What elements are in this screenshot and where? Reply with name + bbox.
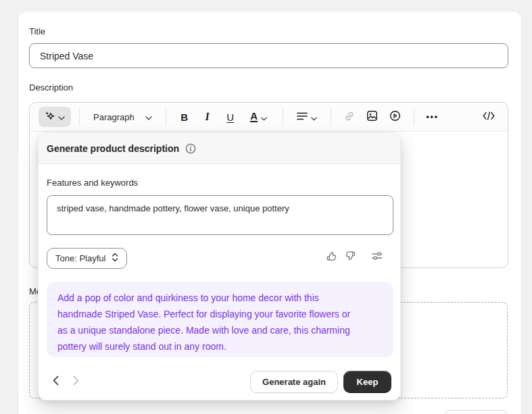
- cutoff-element: [443, 410, 508, 414]
- insert-image-button[interactable]: [362, 107, 383, 126]
- tone-label: Tone: Playful: [55, 253, 105, 263]
- play-circle-icon: [389, 110, 401, 124]
- suggestion-pagination: [50, 373, 81, 387]
- chevron-down-icon: [311, 111, 317, 123]
- text-color-button[interactable]: A: [243, 107, 274, 126]
- chevron-down-icon: [58, 111, 65, 123]
- magic-sparkle-icon: [45, 111, 55, 124]
- toolbar-divider: [331, 108, 331, 126]
- italic-button[interactable]: I: [197, 107, 218, 126]
- chevron-down-icon: [145, 112, 152, 122]
- page: Title Description Paragraph B: [0, 0, 532, 414]
- next-suggestion-button[interactable]: [70, 373, 81, 387]
- feedback-row: [325, 250, 383, 262]
- title-input[interactable]: [29, 43, 508, 68]
- generate-again-button[interactable]: Generate again: [250, 371, 338, 393]
- thumbs-down-button[interactable]: [345, 250, 357, 262]
- popover-header: Generate product description: [39, 133, 400, 164]
- ai-assistant-button[interactable]: [39, 107, 71, 127]
- info-icon[interactable]: [185, 143, 197, 155]
- description-label: Description: [29, 82, 73, 93]
- paragraph-label: Paragraph: [93, 112, 135, 122]
- generated-description-box: Add a pop of color and quirkiness to you…: [47, 282, 393, 357]
- show-html-button[interactable]: [483, 111, 495, 122]
- chevron-down-icon: [261, 111, 267, 123]
- thumbs-up-button[interactable]: [325, 250, 337, 262]
- align-left-icon: [297, 111, 308, 123]
- link-button[interactable]: [339, 107, 360, 126]
- image-icon: [366, 110, 378, 124]
- toolbar-divider: [414, 108, 414, 126]
- toolbar-divider: [283, 108, 283, 126]
- select-updown-icon: [112, 253, 118, 264]
- features-input[interactable]: striped vase, handmade pottery, flower v…: [47, 195, 393, 235]
- generated-description-text: Add a pop of color and quirkiness to you…: [57, 290, 362, 355]
- bold-button[interactable]: B: [174, 107, 195, 126]
- popover-title: Generate product description: [47, 143, 179, 154]
- text-color-glyph: A: [250, 111, 258, 122]
- paragraph-style-dropdown[interactable]: Paragraph: [88, 107, 158, 126]
- ellipsis-icon: •••: [426, 112, 439, 122]
- link-icon: [343, 110, 356, 124]
- settings-sliders-icon[interactable]: [371, 250, 383, 262]
- title-label: Title: [29, 26, 45, 36]
- toolbar-divider: [166, 108, 166, 126]
- toolbar-divider: [79, 108, 80, 126]
- features-label: Features and keywords: [47, 178, 138, 188]
- editor-toolbar: Paragraph B I U A: [30, 103, 508, 132]
- alignment-dropdown[interactable]: [291, 107, 322, 126]
- previous-suggestion-button[interactable]: [50, 373, 61, 387]
- keep-button[interactable]: Keep: [343, 371, 391, 393]
- tone-selector[interactable]: Tone: Playful: [47, 248, 127, 269]
- code-icon: [483, 112, 495, 122]
- generate-description-popover: Generate product description Features an…: [38, 132, 401, 400]
- more-options-button[interactable]: •••: [422, 107, 443, 126]
- underline-button[interactable]: U: [220, 107, 241, 126]
- insert-video-button[interactable]: [385, 107, 406, 126]
